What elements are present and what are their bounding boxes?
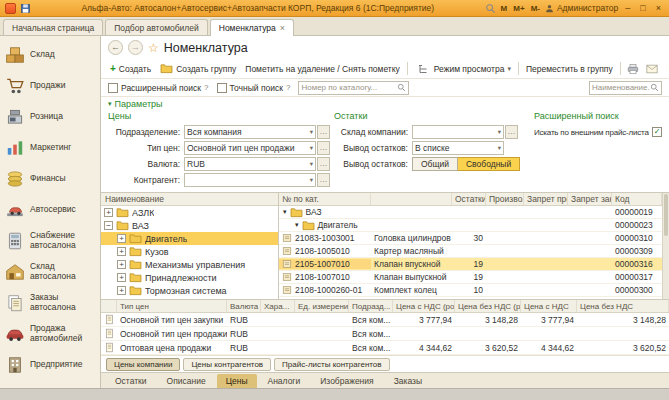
help-hint-icon[interactable]: ? [286,83,290,92]
tree-item[interactable]: +Механизмы управления [101,258,278,271]
parameters-toggle[interactable]: ▾ Параметры [101,97,669,110]
price-row[interactable]: Основной тип цен закупкиRUBВся ком...3 7… [101,313,669,327]
expander-icon[interactable]: ▾ [295,221,299,229]
vertical-scrollbar[interactable] [662,193,669,299]
tree-expander-icon[interactable]: + [117,260,126,269]
tree-expander-icon[interactable]: + [104,208,113,217]
bottom-tab-3[interactable]: Цены [217,374,257,388]
sidebar-item-boxes[interactable]: Склад [0,39,100,70]
table-row[interactable]: 2108-1005010Картер масляный00000309 [279,245,662,258]
table-row[interactable]: 2108-1007010Клапан выпускной1900000317 [279,271,662,284]
price-tab-3[interactable]: Прайс-листы контрагентов [274,358,389,371]
tree-item[interactable]: +Принадлежности [101,271,278,284]
counterparty-choose-button[interactable]: … [317,173,330,187]
bottom-tab-1[interactable]: Остатки [106,374,156,388]
mark-delete-button[interactable]: Пометить на удаление / Снять пометку [242,62,403,76]
tree-item[interactable]: +АЗЛК [101,206,278,219]
column-header-catalog-number[interactable]: № по кат. [279,193,371,205]
calc-memory-minus-button[interactable]: М- [530,4,541,13]
print-icon[interactable] [627,63,639,75]
maximize-button[interactable]: □ [637,3,648,13]
close-button[interactable]: × [653,3,664,13]
scrollbar-thumb[interactable] [664,194,668,236]
price-row[interactable]: Оптовая цена продажиRUBВся ком...4 344,6… [101,341,669,355]
forward-button[interactable]: → [128,40,143,55]
column-header-order-ban[interactable]: Запрет зака... [568,193,612,205]
view-mode-button[interactable]: Режим просмотра▾ [412,61,514,77]
column-header-stock[interactable]: Остатки [452,193,486,205]
tree-expander-icon[interactable]: + [117,286,126,295]
sidebar-item-chart[interactable]: Маркетинг [0,132,100,163]
department-choose-button[interactable]: … [317,125,330,139]
table-row[interactable]: 2105-1007010Клапан впускной1900000316 [279,258,662,271]
price-tab-1[interactable]: Цены компании [106,358,180,371]
create-button[interactable]: +Создать [107,62,154,76]
tree-column-header[interactable]: Наименование [101,194,168,204]
sidebar-item-service[interactable]: Автосервис [0,194,100,225]
column-header-producer[interactable]: Произво... [486,193,524,205]
price-type-field[interactable]: Основной тип цен продажи▾ [184,141,316,155]
counterparty-field[interactable]: ▾ [184,173,316,187]
exact-search-checkbox[interactable]: Точный поиск ? [217,83,291,93]
column-header-price-novat[interactable]: Цена без НДС [577,300,669,312]
sidebar-item-car[interactable]: Продажа автомобилей [0,318,100,349]
bottom-tab-5[interactable]: Изображения [311,374,382,388]
bottom-tab-2[interactable]: Описание [158,374,215,388]
favorite-star-icon[interactable]: ☆ [148,42,159,54]
calc-memory-plus-button[interactable]: М+ [512,4,525,13]
column-header-name[interactable] [371,193,452,205]
currency-field[interactable]: RUB▾ [184,157,316,171]
tree-item[interactable]: +Кузов [101,245,278,258]
sidebar-item-warehouse[interactable]: Склад автосалона [0,256,100,287]
column-header-sale-ban[interactable]: Запрет прод... [524,193,568,205]
minimize-button[interactable]: – [622,3,633,13]
sidebar-item-coins[interactable]: Финансы [0,163,100,194]
calc-memory-button[interactable]: М [500,4,509,13]
price-tab-2[interactable]: Цены контрагентов [183,358,271,371]
table-row[interactable]: ▾Двигатель00000023 [279,219,662,232]
advanced-search-checkbox[interactable]: Расширенный поиск ? [108,83,209,93]
table-row[interactable]: 2108-1000102-12Комплект вкла...400000311 [279,297,662,299]
tree-item[interactable]: −ВАЗ [101,219,278,232]
column-header-price-novat-retail[interactable]: Цена без НДС (розн.) [455,300,521,312]
save-icon[interactable] [20,3,31,14]
tree-item[interactable]: +Двигатель [101,232,278,245]
sidebar-item-building[interactable]: Предприятие [0,349,100,380]
price-type-choose-button[interactable]: … [317,141,330,155]
sidebar-item-calculator[interactable]: Снабжение автосалона [0,225,100,256]
table-row[interactable]: 2108-1000260-01Комплект колец1000000300 [279,284,662,297]
help-hint-icon[interactable]: ? [204,83,208,92]
tab-close-icon[interactable]: × [280,23,285,33]
tree-item[interactable]: +Тормозная система [101,284,278,297]
tree-expander-icon[interactable]: + [117,273,126,282]
window-tab-2[interactable]: Подбор автомобилей [105,19,208,35]
tree-expander-icon[interactable]: + [117,234,126,243]
column-header-price-type[interactable]: Тип цен [117,300,227,312]
back-button[interactable]: ← [108,40,123,55]
tree-expander-icon[interactable]: − [104,221,113,230]
external-pricelists-checkbox[interactable]: ✓ [652,127,662,137]
window-tab-3[interactable]: Номенклатура× [210,19,294,36]
column-header-department[interactable]: Подразд... [349,300,393,312]
table-row[interactable]: ▾ВАЗ00000019 [279,206,662,219]
table-row[interactable]: 21083-1003001Головка цилиндров3000000310 [279,232,662,245]
column-header-characteristic[interactable]: Хара... [261,300,295,312]
column-header-price-vat-retail[interactable]: Цена с НДС (розн.) [393,300,455,312]
move-to-group-button[interactable]: Переместить в группу [523,62,616,76]
window-tab-1[interactable]: Начальная страница [3,19,103,35]
column-header-code[interactable]: Код [612,193,662,205]
stock-kind-free-button[interactable]: Свободный [458,157,520,171]
titlebar-search-icon[interactable] [485,3,496,14]
column-header-unit[interactable]: Ед. измерения [295,300,349,312]
stock-output-field[interactable]: В списке▾ [412,141,504,155]
stock-kind-total-button[interactable]: Общий [412,157,458,171]
create-group-button[interactable]: Создать группу [157,61,239,76]
current-user-button[interactable]: Администратор [545,3,618,13]
warehouse-choose-button[interactable]: … [505,125,518,139]
expander-icon[interactable]: ▾ [283,208,287,216]
company-warehouse-field[interactable]: ▾ [412,125,504,139]
sidebar-item-cart[interactable]: Продажи [0,70,100,101]
name-search-input[interactable] [592,83,650,92]
mail-icon[interactable] [646,63,658,75]
bottom-tab-6[interactable]: Заказы [385,374,431,388]
